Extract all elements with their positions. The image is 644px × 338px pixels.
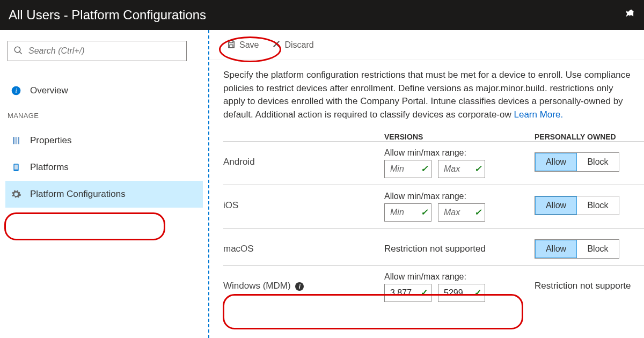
nav-properties[interactable]: Properties: [5, 127, 203, 154]
close-icon: [272, 39, 281, 51]
row-android: Android Allow min/max range: Min✓ Max✓ A…: [223, 141, 644, 185]
range-label: Allow min/max range:: [384, 192, 535, 201]
nav-properties-label: Properties: [30, 135, 71, 146]
toolbar: Save Discard: [209, 30, 644, 60]
allow-button[interactable]: Allow: [535, 153, 577, 171]
check-icon: ✓: [421, 288, 428, 298]
device-icon: [11, 162, 21, 173]
main-panel: Save Discard Specify the platform config…: [209, 30, 644, 338]
block-button[interactable]: Block: [577, 153, 619, 171]
allow-block-toggle: Allow Block: [535, 239, 619, 259]
nav-overview[interactable]: i Overview: [5, 77, 203, 104]
discard-button[interactable]: Discard: [272, 39, 313, 51]
max-input[interactable]: 5299.✓: [438, 284, 485, 302]
nav-overview-label: Overview: [30, 85, 68, 96]
properties-icon: [11, 135, 21, 146]
allow-block-toggle: Allow Block: [535, 196, 619, 215]
sidebar: i Overview MANAGE Properties Platforms P…: [0, 30, 209, 338]
svg-rect-6: [18, 137, 19, 144]
svg-rect-4: [13, 137, 14, 144]
search-icon: [13, 46, 23, 57]
search-input[interactable]: [28, 46, 181, 56]
not-supported: Restriction not supporte: [535, 272, 644, 291]
block-button[interactable]: Block: [577, 240, 619, 258]
range-label: Allow min/max range:: [384, 148, 535, 158]
check-icon: ✓: [474, 164, 481, 174]
max-input[interactable]: Max✓: [438, 203, 485, 222]
check-icon: ✓: [474, 288, 481, 298]
nav-platforms[interactable]: Platforms: [5, 154, 203, 181]
allow-button[interactable]: Allow: [535, 240, 577, 258]
search-box[interactable]: [8, 41, 187, 61]
svg-rect-5: [16, 137, 17, 144]
section-manage: MANAGE: [5, 106, 203, 125]
platform-name: macOS: [223, 235, 384, 254]
nav-platform-configs-label: Platform Configurations: [30, 189, 126, 200]
allow-block-toggle: Allow Block: [535, 152, 619, 172]
nav-platforms-label: Platforms: [30, 162, 69, 173]
not-supported: Restriction not supported: [384, 235, 535, 254]
svg-text:i: i: [15, 87, 17, 94]
check-icon: ✓: [474, 207, 481, 217]
check-icon: ✓: [421, 164, 428, 174]
col-owned: PERSONALLY OWNED: [535, 133, 644, 141]
range-label: Allow min/max range:: [384, 272, 535, 282]
row-windows: Windows (MDM) i Allow min/max range: 3.8…: [223, 265, 644, 308]
svg-rect-9: [230, 40, 233, 43]
page-title: All Users - Platform Configurations: [9, 8, 206, 23]
svg-point-0: [14, 47, 20, 53]
check-icon: ✓: [421, 207, 428, 217]
info-icon[interactable]: i: [295, 282, 304, 291]
platform-name: Android: [223, 148, 384, 167]
svg-rect-8: [14, 165, 18, 170]
min-input[interactable]: 3.877✓: [384, 284, 431, 302]
min-input[interactable]: Min✓: [384, 203, 431, 222]
max-input[interactable]: Max✓: [438, 160, 485, 178]
save-label: Save: [239, 40, 259, 50]
row-ios: iOS Allow min/max range: Min✓ Max✓ Allow…: [223, 185, 644, 228]
blade-header: All Users - Platform Configurations: [0, 0, 644, 30]
block-button[interactable]: Block: [577, 196, 619, 215]
save-button[interactable]: Save: [226, 39, 259, 51]
pin-icon[interactable]: [624, 8, 635, 23]
platform-name: Windows (MDM) i: [223, 272, 384, 291]
svg-rect-10: [230, 45, 233, 47]
nav-platform-configs[interactable]: Platform Configurations: [5, 181, 203, 208]
discard-label: Discard: [284, 40, 313, 50]
gear-icon: [11, 189, 21, 200]
min-input[interactable]: Min✓: [384, 160, 431, 178]
save-icon: [226, 39, 236, 51]
row-macos: macOS Restriction not supported Allow Bl…: [223, 228, 644, 265]
svg-line-1: [19, 52, 22, 54]
config-table: VERSIONS PERSONALLY OWNED Android Allow …: [209, 127, 644, 308]
platform-name: iOS: [223, 192, 384, 211]
learn-more-link[interactable]: Learn More.: [514, 109, 563, 120]
info-icon: i: [11, 85, 21, 96]
allow-button[interactable]: Allow: [535, 196, 577, 215]
col-versions: VERSIONS: [384, 133, 535, 141]
intro-text: Specify the platform configuration restr…: [209, 60, 644, 127]
